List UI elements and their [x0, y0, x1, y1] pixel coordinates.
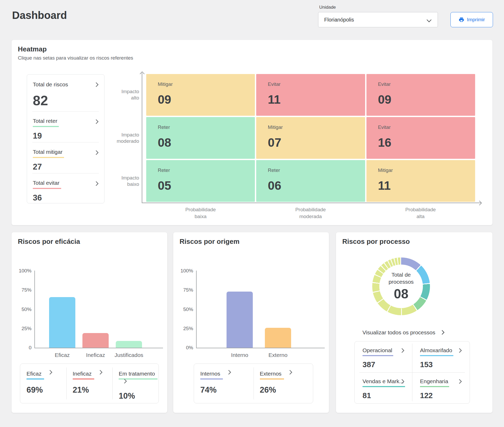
riscos-por-processo-card: Riscos por processo Total de processos 0…	[336, 232, 492, 413]
probability-axis-label: Probabilidade baixa	[172, 206, 229, 220]
chart-y-axis	[196, 271, 197, 348]
chevron-right-icon[interactable]	[94, 150, 98, 155]
heatmap-cell-value: 07	[268, 135, 281, 150]
chevron-right-icon[interactable]	[457, 379, 462, 384]
heatmap-cell: Mitigar07	[256, 117, 365, 159]
totals-item-value: 19	[33, 131, 98, 141]
unit-select[interactable]: Florianópolis	[318, 12, 438, 27]
y-tick-label: 25%	[13, 326, 32, 331]
y-tick-label: 50%	[13, 307, 32, 312]
heatmap-cell-label: Reter	[158, 167, 170, 173]
unit-select-label: Unidade	[319, 5, 336, 10]
process-item-label: Operacional	[363, 347, 393, 356]
heatmap-cell-value: 16	[378, 135, 391, 150]
impact-axis-label: Impacto alto	[102, 88, 139, 101]
heatmap-cell: Evitar09	[366, 74, 475, 116]
chevron-right-icon[interactable]	[48, 370, 52, 375]
y-tick-label: 25%	[175, 326, 193, 331]
process-item-value: 122	[420, 391, 470, 400]
totals-item-value: 82	[33, 93, 98, 108]
chevron-right-icon[interactable]	[288, 370, 292, 375]
process-item-value: 387	[363, 360, 412, 369]
totals-item: Total mitigar27	[27, 143, 104, 173]
unit-select-value: Florianópolis	[318, 17, 354, 23]
chevron-right-icon[interactable]	[457, 348, 462, 353]
totals-item-label: Total mitigar	[33, 149, 64, 158]
heatmap-cell: Reter05	[146, 160, 255, 202]
heatmap-card: Heatmap Clique nas setas para visualizar…	[12, 40, 492, 225]
bar-externo	[265, 328, 291, 348]
y-tick-label: 0%	[175, 345, 193, 351]
summary-item-value: 21%	[73, 385, 113, 395]
process-item: Vendas e Mark...81	[355, 372, 412, 403]
chevron-right-icon[interactable]	[226, 370, 231, 375]
chart-x-axis	[196, 348, 325, 348]
summary-item-label: Eficaz	[27, 371, 44, 379]
chevron-right-icon[interactable]	[94, 82, 98, 87]
process-item-label: Vendas e Mark...	[363, 378, 405, 387]
view-all-processes-link[interactable]: Visualizar todos os processos	[343, 329, 464, 336]
summary-item-value: 74%	[200, 385, 254, 395]
heatmap-cell-value: 06	[268, 178, 281, 193]
chevron-right-icon[interactable]	[400, 348, 404, 353]
heatmap-cell-label: Mitigar	[268, 124, 283, 130]
chevron-right-icon[interactable]	[94, 181, 98, 186]
bar-interno	[227, 292, 253, 348]
summary-item-value: 69%	[27, 385, 66, 395]
heatmap-cell-label: Evitar	[378, 81, 391, 87]
probability-axis-label: Probabilidade alta	[392, 206, 449, 220]
totals-item-label: Total reter	[33, 118, 59, 127]
heatmap-cell: Mitigar09	[146, 74, 255, 116]
heatmap-cell: Mitigar11	[366, 160, 475, 202]
process-grid-divider	[359, 372, 465, 373]
bar-eficaz	[49, 297, 75, 348]
y-tick-label: 100%	[13, 268, 32, 274]
chevron-right-icon	[440, 330, 445, 335]
heatmap-cell-label: Mitigar	[158, 81, 173, 87]
totals-item-value: 36	[33, 193, 98, 203]
summary-item-label: Ineficaz	[73, 371, 94, 379]
chevron-down-icon	[427, 17, 431, 22]
chevron-right-icon[interactable]	[94, 119, 98, 124]
process-item: Almoxarifado153	[412, 341, 470, 372]
heatmap-cell-value: 11	[378, 178, 391, 193]
totals-item: Total de riscos82	[27, 75, 104, 111]
bar-justificados	[116, 341, 142, 348]
totals-item: Total reter19	[27, 112, 104, 142]
heatmap-cell-value: 08	[158, 135, 171, 150]
totals-panel: Total de riscos82Total reter19Total miti…	[27, 74, 104, 203]
heatmap-cell-value: 05	[158, 178, 171, 193]
heatmap-cell-label: Mitigar	[378, 167, 393, 173]
heatmap-cell-value: 09	[158, 92, 171, 107]
summary-item: Externos26%	[254, 364, 313, 403]
origem-summary-box: Internos74%Externos26%	[194, 363, 313, 403]
riscos-por-origem-card: Riscos por origem 100%75%50%25%0%Interno…	[173, 232, 329, 413]
print-button[interactable]: Imprimir	[450, 12, 493, 27]
print-button-label: Imprimir	[467, 17, 485, 23]
heatmap-cell: Evitar11	[256, 74, 365, 116]
page-title: Dashboard	[12, 9, 67, 21]
summary-item: Em tratamento10%	[112, 364, 159, 403]
summary-item-label: Externos	[260, 371, 284, 379]
chevron-right-icon[interactable]	[122, 379, 127, 383]
x-tick-label: Interno	[231, 352, 248, 358]
process-item: Operacional387	[355, 341, 412, 372]
heatmap-cell-label: Evitar	[268, 81, 281, 87]
summary-item: Eficaz69%	[20, 364, 66, 403]
heatmap-cell: Reter08	[146, 117, 255, 159]
impact-axis-label: Impacto baixo	[102, 175, 139, 187]
view-all-processes-label: Visualizar todos os processos	[363, 329, 435, 335]
totals-item-label: Total evitar	[33, 180, 61, 189]
chevron-right-icon[interactable]	[98, 370, 102, 375]
riscos-por-eficacia-card: Riscos por eficácia 100%75%50%25%0Eficaz…	[12, 232, 167, 413]
heatmap-cell-label: Evitar	[378, 124, 391, 130]
impact-axis-label: Impacto moderado	[102, 132, 139, 144]
processes-donut-chart: Total de processos 08	[372, 257, 430, 315]
printer-icon	[459, 17, 464, 23]
y-tick-label: 100%	[175, 268, 193, 274]
heatmap-subtitle: Clique nas setas para visualizar os risc…	[18, 55, 133, 61]
process-grid: Operacional387Almoxarifado153Vendas e Ma…	[354, 341, 470, 404]
heatmap-cell: Reter06	[256, 160, 365, 202]
impact-axis-line	[142, 73, 142, 203]
summary-item-label: Em tratamento	[119, 371, 158, 379]
